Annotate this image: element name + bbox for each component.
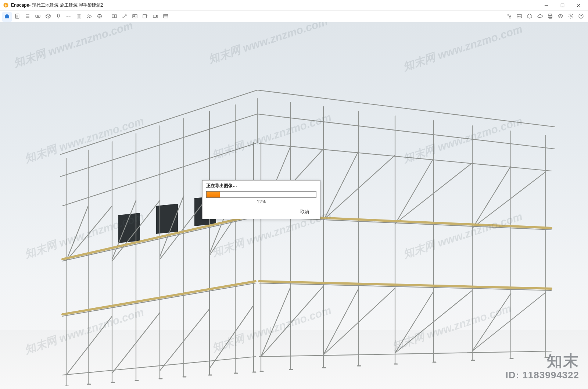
visual-settings-button[interactable]: [556, 12, 565, 22]
link-model-icon: [506, 13, 512, 21]
brand-name: 知末: [506, 353, 579, 369]
progress-bar: [206, 191, 316, 198]
svg-rect-17: [164, 14, 168, 18]
sync-views-icon: [111, 13, 117, 21]
window-minimize-button[interactable]: [538, 0, 554, 10]
svg-rect-7: [79, 14, 81, 18]
svg-rect-11: [112, 15, 114, 18]
library-icon: [76, 13, 82, 21]
svg-text:BIM: BIM: [67, 15, 71, 18]
camera-path-icon: [35, 13, 41, 21]
general-settings-button[interactable]: [566, 12, 576, 22]
window-close-button[interactable]: [570, 0, 587, 10]
window-maximize-button[interactable]: [554, 0, 570, 10]
asset-library-button[interactable]: [43, 12, 53, 22]
upload-button[interactable]: [535, 12, 545, 22]
image-icon: [132, 13, 138, 21]
video-button[interactable]: [151, 12, 160, 22]
material-library-button[interactable]: [74, 12, 84, 22]
panorama-button[interactable]: [161, 12, 171, 22]
export-progress-dialog: 正在导出图像… 12% 取消: [202, 180, 320, 219]
svg-point-4: [37, 15, 38, 17]
toolbar-group-right: [504, 12, 586, 22]
wand-icon: [122, 13, 128, 21]
print-icon: [547, 13, 553, 21]
video-icon: [153, 13, 158, 21]
link-model-button[interactable]: [504, 12, 514, 22]
svg-rect-6: [77, 14, 79, 18]
print-button[interactable]: [545, 12, 555, 22]
image-plus-icon: [142, 13, 148, 21]
cube-icon: [45, 13, 51, 21]
globe-icon: [97, 13, 103, 21]
web-button[interactable]: [95, 12, 104, 22]
collab-icon: [86, 13, 92, 21]
svg-point-8: [88, 15, 89, 16]
main-toolbar: BIM 〈〉: [0, 11, 588, 24]
svg-rect-12: [115, 15, 116, 18]
svg-rect-13: [133, 14, 137, 18]
3d-export-button[interactable]: [525, 12, 534, 22]
svg-point-25: [570, 15, 571, 17]
app-name: Enscape: [11, 3, 29, 8]
site-context-button[interactable]: [54, 12, 63, 22]
gear-icon: [568, 13, 574, 21]
collab-button[interactable]: [85, 12, 94, 22]
bim-button[interactable]: BIM: [64, 12, 74, 22]
cloud-icon: [537, 13, 543, 21]
svg-rect-1: [561, 4, 564, 7]
scaffold-structure: [26, 55, 570, 386]
svg-rect-18: [507, 14, 509, 16]
render-viewport[interactable]: 知末网 www.znzmo.com 知末网 www.znzmo.com 知末网 …: [0, 22, 588, 389]
best-quality-button[interactable]: [120, 12, 129, 22]
list-icon: [25, 13, 31, 21]
help-button[interactable]: [576, 12, 586, 22]
toolbar-group-left: BIM: [2, 12, 104, 22]
svg-rect-3: [36, 15, 40, 18]
home-icon: [4, 13, 10, 21]
image-export-button[interactable]: [514, 12, 524, 22]
svg-point-9: [90, 16, 91, 17]
svg-rect-15: [143, 14, 146, 18]
toolbar-group-mid: [110, 12, 171, 22]
help-icon: [578, 13, 584, 21]
batch-render-button[interactable]: [140, 12, 150, 22]
titlebar: Enscape - 现代工地建筑 施工建筑 脚手架建筑2: [0, 0, 588, 11]
svg-rect-23: [549, 17, 552, 18]
svg-rect-16: [153, 15, 157, 18]
title-separator: -: [29, 3, 31, 8]
document-title: 现代工地建筑 施工建筑 脚手架建筑2: [32, 2, 103, 8]
sync-views-button[interactable]: [110, 12, 119, 22]
watermark-brand: 知末 ID: 1183994322: [506, 353, 579, 381]
bim-icon: BIM: [66, 13, 72, 21]
app-logo-icon: [3, 2, 9, 8]
mono-icon: [163, 13, 169, 21]
svg-rect-21: [549, 14, 552, 15]
manage-views-button[interactable]: [12, 12, 22, 22]
svg-rect-19: [509, 17, 511, 18]
document-icon: [14, 13, 20, 21]
badge-icon: [55, 13, 61, 21]
progress-percent-label: 12%: [202, 198, 320, 207]
eye-icon: [557, 13, 563, 21]
picture-icon: [516, 13, 522, 21]
svg-point-24: [560, 15, 561, 17]
home-button[interactable]: [2, 12, 12, 22]
video-path-button[interactable]: [33, 12, 43, 22]
brand-id: ID: 1183994322: [506, 370, 579, 381]
svg-rect-20: [517, 14, 521, 18]
cancel-button[interactable]: 取消: [293, 208, 316, 216]
box-icon: [527, 13, 533, 21]
dialog-title: 正在导出图像…: [202, 181, 320, 190]
progress-bar-fill: [207, 192, 220, 197]
manage-uploads-button[interactable]: [23, 12, 32, 22]
screenshot-button[interactable]: [130, 12, 140, 22]
